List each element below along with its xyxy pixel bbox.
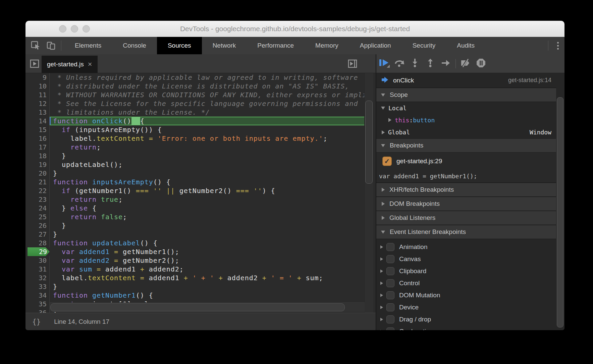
elb-checkbox[interactable] (386, 279, 394, 287)
elb-checkbox[interactable] (386, 315, 394, 323)
line-number[interactable]: 36 (25, 308, 50, 313)
elb-item-clipboard[interactable]: Clipboard (376, 265, 556, 277)
tab-audits[interactable]: Audits (446, 37, 485, 54)
section-header-global-listeners[interactable]: Global Listeners (376, 211, 556, 225)
scope-global-row[interactable]: GlobalWindow (376, 126, 556, 138)
elb-checkbox[interactable] (386, 267, 394, 275)
code-text[interactable]: var addend1 = getNumber1(); (50, 247, 365, 256)
section-header-dom-breakpoints[interactable]: DOM Breakpoints (376, 197, 556, 211)
elb-checkbox[interactable] (386, 255, 394, 263)
elb-item-device[interactable]: Device (376, 301, 556, 313)
elb-item-drag-drop[interactable]: Drag / drop (376, 313, 556, 325)
line-number[interactable]: 12 (25, 99, 50, 108)
scope-this-entry[interactable]: this: button (376, 114, 556, 126)
elb-checkbox[interactable] (386, 243, 394, 251)
sidebar-scrollbar-thumb[interactable] (557, 97, 563, 327)
line-number[interactable]: 30 (25, 256, 50, 265)
tab-network[interactable]: Network (202, 37, 247, 54)
code-text[interactable]: var sum = addend1 + addend2; (50, 265, 365, 274)
call-stack-frame[interactable]: onClickget-started.js:14 (376, 73, 556, 88)
line-number[interactable]: 17 (25, 143, 50, 151)
code-text[interactable]: return; (50, 143, 365, 151)
line-number[interactable]: 25 (25, 213, 50, 221)
code-text[interactable]: function getNumber1() { (50, 291, 365, 300)
pretty-print-button[interactable]: {} (32, 318, 41, 326)
line-number[interactable]: 14 (25, 117, 50, 125)
line-number[interactable]: 23 (25, 195, 50, 204)
line-number[interactable]: 15 (25, 125, 50, 134)
code-text[interactable]: * distributed under the License is distr… (50, 82, 365, 90)
code-text[interactable]: } (50, 230, 365, 239)
line-number[interactable]: 27 (25, 230, 50, 239)
line-number[interactable]: 35 (25, 300, 50, 308)
code-text[interactable]: * WITHOUT WARRANTIES OR CONDITIONS OF AN… (50, 90, 365, 99)
step-out-button[interactable] (423, 58, 438, 69)
code-text[interactable]: label.textContent = 'Error: one or both … (50, 134, 365, 143)
code-text[interactable]: if (getNumber1() === '' || getNumber2() … (50, 186, 365, 195)
code-text[interactable]: * limitations under the License. */ (50, 108, 365, 117)
line-number[interactable]: 13 (25, 108, 50, 117)
vertical-scrollbar-thumb[interactable] (365, 101, 373, 184)
code-text[interactable]: * Unless required by applicable law or a… (50, 73, 365, 82)
section-header-event-listener-breakpoints[interactable]: Event Listener Breakpoints (376, 225, 556, 239)
file-tab-get-started[interactable]: get-started.js × (42, 56, 98, 73)
tab-elements[interactable]: Elements (64, 37, 112, 54)
elb-item-animation[interactable]: Animation (376, 241, 556, 253)
code-text[interactable]: return false; (50, 213, 365, 221)
line-number[interactable]: 33 (25, 282, 50, 291)
toggle-device-toolbar-icon[interactable] (46, 41, 56, 51)
code-text[interactable]: if (inputsAreEmpty()) { (50, 125, 365, 134)
line-number[interactable]: 18 (25, 151, 50, 160)
overflow-menu-icon[interactable] (551, 37, 564, 54)
line-number[interactable]: 11 (25, 90, 50, 99)
section-header-breakpoints[interactable]: Breakpoints (376, 138, 556, 153)
line-number[interactable]: 31 (25, 265, 50, 274)
code-text[interactable]: } (50, 282, 365, 291)
line-number[interactable]: 26 (25, 221, 50, 230)
resume-button[interactable] (376, 58, 392, 69)
inspect-element-icon[interactable] (30, 41, 41, 51)
code-text[interactable]: return true; (50, 195, 365, 204)
code-text[interactable]: var addend2 = getNumber2(); (50, 256, 365, 265)
code-text[interactable]: } (50, 221, 365, 230)
scope-local-row[interactable]: Local (376, 102, 556, 114)
section-header-scope[interactable]: Scope (376, 88, 556, 102)
code-text[interactable]: * See the License for the specific langu… (50, 99, 365, 108)
code-text[interactable]: label.textContent = addend1 + ' + ' + ad… (50, 274, 365, 282)
line-number[interactable]: 19 (25, 160, 50, 169)
tab-console[interactable]: Console (112, 37, 157, 54)
show-navigator-icon[interactable] (30, 59, 40, 69)
elb-checkbox[interactable] (386, 303, 394, 311)
line-number[interactable]: 9 (25, 73, 50, 82)
close-icon[interactable]: × (88, 61, 92, 68)
elb-item-control[interactable]: Control (376, 277, 556, 289)
elb-checkbox[interactable] (386, 291, 394, 299)
tab-security[interactable]: Security (402, 37, 446, 54)
tab-performance[interactable]: Performance (247, 37, 305, 54)
elb-item-canvas[interactable]: Canvas (376, 253, 556, 265)
editor-horizontal-scrollbar[interactable] (50, 302, 365, 312)
pause-on-exceptions-button[interactable] (473, 58, 489, 69)
elb-checkbox[interactable] (386, 327, 394, 330)
code-text[interactable]: function onClick() { (50, 117, 365, 125)
line-number[interactable]: 34 (25, 291, 50, 300)
code-text[interactable]: } (50, 151, 365, 160)
toggle-sidebar-icon[interactable] (347, 59, 358, 69)
step-over-button[interactable] (392, 58, 407, 69)
code-text[interactable]: function inputsAreEmpty() { (50, 178, 365, 186)
breakpoint-checkbox[interactable]: ✓ (382, 157, 392, 166)
code-text[interactable]: function updateLabel() { (50, 239, 365, 247)
code-text[interactable]: } else { (50, 204, 365, 213)
line-number[interactable]: 20 (25, 169, 50, 178)
elb-item-geolocation[interactable]: Geolocation (376, 325, 556, 330)
sidebar-vertical-scrollbar[interactable] (556, 73, 564, 330)
line-number[interactable]: 16 (25, 134, 50, 143)
line-number[interactable]: 10 (25, 82, 50, 90)
tab-memory[interactable]: Memory (305, 37, 349, 54)
breakpoint-marker[interactable]: 29 (25, 247, 50, 256)
code-text[interactable]: } (50, 169, 365, 178)
breakpoint-entry[interactable]: ✓get-started.js:29 (376, 153, 556, 170)
line-number[interactable]: 22 (25, 186, 50, 195)
line-number[interactable]: 28 (25, 239, 50, 247)
section-header-xhr-fetch-breakpoints[interactable]: XHR/fetch Breakpoints (376, 183, 556, 197)
